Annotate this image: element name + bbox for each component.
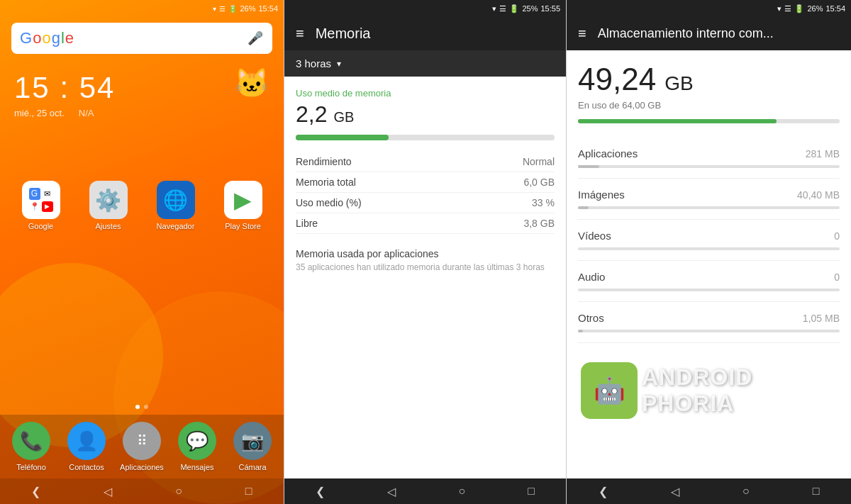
stat-memoria-total: Memoria total 6,0 GB [296, 172, 555, 193]
status-bar-right: ▾ ☰ 🔋 26% 15:54 [213, 4, 278, 13]
stat-uso-medio: Uso medio (%) 33 % [296, 193, 555, 213]
nav-home[interactable]: ○ [175, 485, 182, 498]
stor-cat-value-aplicaciones: 281 MB [806, 148, 840, 159]
stor-nav-bar: ❮ ◁ ○ □ [567, 478, 851, 504]
mem-header: ≡ Memoria [284, 17, 566, 50]
home-screen: ▾ ☰ 🔋 26% 15:54 Google 🎤 15 : 54 🐱 mié.,… [0, 0, 284, 504]
stor-signal-icon: ▾ [777, 4, 782, 13]
uso-medio-value: 2,2 GB [296, 101, 555, 128]
dock-icon-camera[interactable]: 📷 [233, 422, 272, 460]
stat-value-uso-medio: 33 % [532, 197, 555, 208]
memory-screen: ▾ ☰ 🔋 25% 15:55 ≡ Memoria 3 horas ▾ Uso … [284, 0, 566, 504]
stor-wifi-icon: ☰ [784, 4, 791, 13]
app-icon-wrap-playstore[interactable]: ▶ Play Store [215, 181, 272, 230]
stor-cat-name-audio: Audio [578, 271, 605, 283]
search-bar-container[interactable]: Google 🎤 [0, 17, 284, 60]
app-icon-navegador[interactable]: 🌐 [157, 181, 195, 219]
mem-nav-bar: ❮ ◁ ○ □ [284, 478, 566, 504]
stor-cat-row-aplicaciones: Aplicaciones 281 MB [578, 147, 840, 159]
stor-nav-recents[interactable]: □ [813, 485, 820, 498]
dropdown-arrow-icon[interactable]: ▾ [337, 59, 341, 69]
mem-hamburger-icon[interactable]: ≡ [296, 26, 304, 42]
uso-medio-number: 2,2 [296, 101, 327, 127]
clock-widget: 15 : 54 🐱 [0, 60, 284, 108]
stor-status-right: ▾ ☰ 🔋 26% 15:54 [777, 4, 845, 13]
dock-item-messages[interactable]: 💬 Mensajes [172, 422, 222, 471]
stor-cat-audio: Audio 0 [578, 261, 840, 302]
stor-nav-back[interactable]: ◁ [671, 485, 679, 498]
right-panels: ▾ ☰ 🔋 25% 15:55 ≡ Memoria 3 horas ▾ Uso … [284, 0, 851, 504]
nav-recents[interactable]: □ [245, 485, 252, 498]
stor-main-value: 49,24 GB [578, 62, 840, 97]
date-text: mié., 25 oct. [14, 108, 65, 118]
stor-cat-fill-otros [578, 330, 583, 332]
stor-cat-bar-otros [578, 330, 840, 332]
dock-icon-contacts[interactable]: 👤 [67, 422, 106, 460]
dock-item-apps[interactable]: ⠿ Aplicaciones [117, 422, 167, 471]
dock-item-contacts[interactable]: 👤 Contactos [62, 422, 111, 471]
dots-indicator [0, 399, 284, 415]
dock: 📞 Teléfono 👤 Contactos ⠿ Aplicaciones 💬 … [0, 415, 284, 478]
app-row-1: G ✉ 📍 ▶ Google ⚙️ Ajustes 🌐 [7, 181, 277, 230]
dot-1 [135, 405, 140, 409]
mem-nav-home[interactable]: ○ [458, 485, 465, 498]
app-icon-wrap-ajustes[interactable]: ⚙️ Ajustes [80, 181, 137, 230]
stor-cat-value-videos: 0 [834, 230, 840, 242]
uso-medio-label: Uso medio de memoria [296, 88, 555, 99]
mem-signal-icon: ▾ [492, 4, 496, 13]
stor-battery-percent: 26% [807, 4, 823, 13]
home-status-bar: ▾ ☰ 🔋 26% 15:54 [0, 0, 284, 17]
mem-nav-recents[interactable]: □ [528, 485, 535, 498]
mem-nav-back[interactable]: ◁ [387, 485, 396, 498]
dock-item-camera[interactable]: 📷 Cámara [228, 422, 277, 471]
stat-label-uso-medio: Uso medio (%) [296, 197, 362, 208]
time-filter[interactable]: 3 horas ▾ [284, 50, 566, 77]
app-icon-wrap-navegador[interactable]: 🌐 Navegador [148, 181, 204, 230]
mic-icon[interactable]: 🎤 [247, 30, 264, 47]
dock-label-phone: Teléfono [16, 463, 46, 471]
stor-cat-row-otros: Otros 1,05 MB [578, 312, 840, 324]
stor-cat-fill-imagenes [578, 206, 589, 209]
stor-cat-bar-aplicaciones [578, 165, 840, 168]
time-filter-label: 3 horas [296, 57, 331, 69]
stat-label-libre: Libre [296, 218, 318, 229]
google-logo: Google [20, 29, 74, 47]
stat-label-memoria-total: Memoria total [296, 177, 356, 188]
stor-nav-home[interactable]: ○ [742, 485, 750, 498]
battery-percent: 26% [240, 4, 255, 13]
app-icon-playstore[interactable]: ▶ [224, 181, 262, 219]
stat-value-libre: 3,8 GB [523, 218, 555, 229]
stor-title: Almacenamiento interno com... [598, 26, 774, 41]
stat-label-rendimiento: Rendimiento [296, 156, 352, 167]
stor-cat-bar-videos [578, 247, 840, 250]
app-icon-google[interactable]: G ✉ 📍 ▶ [22, 181, 60, 219]
stor-cat-fill-aplicaciones [578, 165, 599, 168]
stor-hamburger-icon[interactable]: ≡ [578, 26, 586, 42]
dock-icon-messages[interactable]: 💬 [178, 422, 216, 460]
mem-nav-back-soft[interactable]: ❮ [316, 485, 325, 498]
nav-back[interactable]: ◁ [104, 485, 112, 498]
stor-unit: GB [664, 72, 693, 94]
mem-battery-percent: 25% [522, 4, 538, 13]
nav-back-soft[interactable]: ❮ [31, 485, 40, 498]
mini-gmail: ✉ [42, 188, 53, 200]
mini-maps: 📍 [29, 201, 40, 213]
search-bar[interactable]: Google 🎤 [11, 23, 272, 54]
dock-item-phone[interactable]: 📞 Teléfono [6, 422, 56, 471]
stat-value-rendimiento: Normal [523, 156, 555, 167]
mem-stats: Rendimiento Normal Memoria total 6,0 GB … [296, 152, 555, 234]
app-icon-ajustes[interactable]: ⚙️ [89, 181, 128, 219]
cat-widget: 🐱 [234, 67, 269, 100]
app-label-navegador: Navegador [157, 222, 195, 230]
stor-cat-row-audio: Audio 0 [578, 271, 840, 283]
stor-cat-bar-audio [578, 289, 840, 291]
home-nav-bar: ❮ ◁ ○ □ [0, 478, 284, 504]
battery-icon: 🔋 [228, 5, 237, 13]
app-icon-wrap-google[interactable]: G ✉ 📍 ▶ Google [13, 181, 69, 230]
dock-icon-apps[interactable]: ⠿ [123, 422, 161, 460]
stor-subtitle: En uso de 64,00 GB [578, 100, 840, 111]
wifi-icon: ☰ [219, 5, 226, 13]
dock-icon-phone[interactable]: 📞 [12, 422, 50, 460]
stor-nav-back-soft[interactable]: ❮ [599, 485, 608, 498]
na-text: N/A [79, 108, 94, 118]
